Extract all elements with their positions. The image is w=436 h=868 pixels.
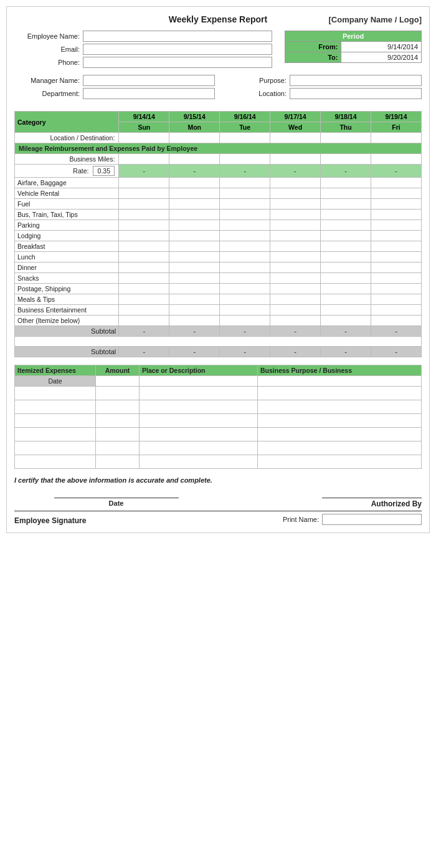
rate-mon: - [169,165,220,178]
signature-section: Employee Signature Print Name: [14,511,422,525]
subtotal-1-thu: - [321,326,371,337]
item-amount-4[interactable] [96,428,140,441]
location-destination-label: Location / Destination: [15,133,119,143]
location-tue[interactable] [220,133,270,143]
purpose-col-header: Business Purpose / Business [258,365,422,376]
miles-fri[interactable] [371,154,422,165]
item-place-5[interactable] [140,441,258,455]
day-col-3: Wed [270,122,321,133]
date-col-2: 9/16/14 [220,112,270,122]
rate-fri: - [371,165,422,178]
email-label: Email: [14,46,83,53]
subtotal-2-mon: - [169,347,220,357]
rate-sun: - [119,165,169,178]
phone-label: Phone: [14,59,83,66]
subtotal-1-wed: - [270,326,321,337]
print-name-label: Print Name: [283,516,319,523]
miles-sun[interactable] [119,154,169,165]
item-amount-5[interactable] [96,441,140,455]
item-purpose-6[interactable] [258,455,422,469]
cat-7: Lunch [15,252,119,263]
department-input[interactable] [83,88,215,99]
item-place-6[interactable] [140,455,258,469]
item-purpose-4[interactable] [258,428,422,441]
location-mon[interactable] [169,133,220,143]
item-purpose-3[interactable] [258,414,422,428]
purpose-label: Purpose: [221,77,290,84]
subtotal-label-1: Subtotal [15,326,119,337]
day-col-1: Mon [169,122,220,133]
cat-10: Postage, Shipping [15,284,119,294]
location-sun[interactable] [119,133,169,143]
item-place-1[interactable] [140,387,258,400]
miles-tue[interactable] [220,154,270,165]
subtotal-2-wed: - [270,347,321,357]
item-date-4[interactable] [15,428,96,441]
location-wed[interactable] [270,133,321,143]
cat-11: Meals & Tips [15,294,119,305]
item-purpose-5[interactable] [258,441,422,455]
item-date-6[interactable] [15,455,96,469]
miles-wed[interactable] [270,154,321,165]
authorized-by-label: Authorized By [371,499,422,508]
employee-sig-label: Employee Signature [14,516,86,525]
itemized-header: Itemized Expenses [15,365,96,376]
day-col-0: Sun [119,122,169,133]
category-header: Category [15,112,119,133]
cat-6: Breakfast [15,241,119,252]
subtotal-2-sun: - [119,347,169,357]
company-name: [Company Name / Logo] [310,15,422,24]
employee-name-input[interactable] [83,31,272,42]
item-place-2[interactable] [140,400,258,414]
item-date-3[interactable] [15,414,96,428]
location-input[interactable] [290,88,422,99]
rate-thu: - [321,165,371,178]
location-thu[interactable] [321,133,371,143]
location-label: Location: [221,90,290,97]
certification-text: I certify that the above information is … [14,476,422,484]
item-amount-3[interactable] [96,414,140,428]
from-value: 9/14/2014 [341,42,422,52]
item-purpose-2[interactable] [258,400,422,414]
rate-value[interactable]: 0.35 [93,166,115,176]
email-input[interactable] [83,44,272,55]
item-place-3[interactable] [140,414,258,428]
item-amount-1[interactable] [96,387,140,400]
miles-mon[interactable] [169,154,220,165]
subtotal-1-sun: - [119,326,169,337]
cat-5: Lodging [15,231,119,241]
date-col-5: 9/19/14 [371,112,422,122]
item-place-4[interactable] [140,428,258,441]
page-title: Weekly Expense Report [126,14,310,24]
item-amount-6[interactable] [96,455,140,469]
employee-name-label: Employee Name: [14,32,83,40]
subtotal-1-fri: - [371,326,422,337]
date-col-3: 9/17/14 [270,112,321,122]
date-col-4: 9/18/14 [321,112,371,122]
cat-0: Airfare, Baggage [15,178,119,188]
day-col-4: Thu [321,122,371,133]
rate-tue: - [220,165,270,178]
miles-thu[interactable] [321,154,371,165]
print-name-input[interactable] [322,514,422,525]
item-purpose-1[interactable] [258,387,422,400]
phone-input[interactable] [83,57,272,68]
subtotal-2-thu: - [321,347,371,357]
day-col-2: Tue [220,122,270,133]
item-date-2[interactable] [15,400,96,414]
department-label: Department: [14,90,83,97]
item-date-1[interactable] [15,387,96,400]
item-amount-2[interactable] [96,400,140,414]
date-label: Date [109,499,124,507]
period-header: Period [285,31,422,42]
subtotal-2-tue: - [220,347,270,357]
place-col-header: Place or Description [140,365,258,376]
manager-input[interactable] [83,75,215,86]
purpose-input[interactable] [290,75,422,86]
to-value: 9/20/2014 [341,52,422,63]
amount-col-header: Amount [96,365,140,376]
business-miles-label: Business Miles: [15,154,119,165]
location-fri[interactable] [371,133,422,143]
cat-2: Fuel [15,199,119,210]
item-date-5[interactable] [15,441,96,455]
